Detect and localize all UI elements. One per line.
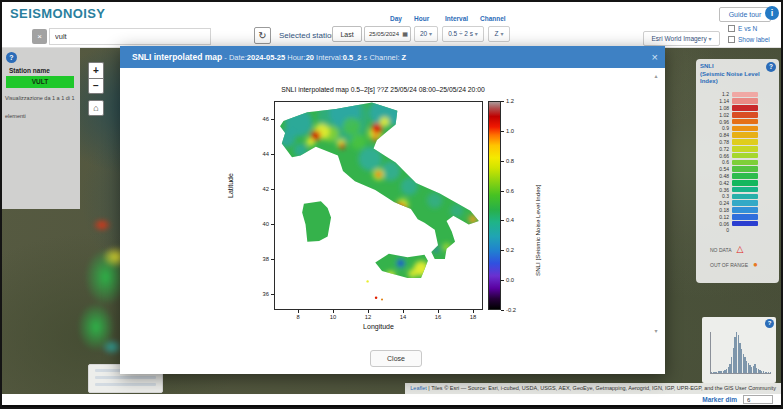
legend-row: 0.24 bbox=[708, 200, 758, 207]
tick-mark bbox=[403, 310, 404, 313]
help-icon[interactable]: ? bbox=[765, 319, 774, 328]
tick-mark bbox=[501, 191, 504, 192]
x-axis-label: Longitude bbox=[274, 323, 483, 330]
legend-row: 0.12 bbox=[708, 213, 758, 220]
refresh-icon[interactable]: ↻ bbox=[254, 27, 271, 44]
station-search-input[interactable] bbox=[49, 28, 211, 45]
no-data-triangle-icon: △ bbox=[736, 245, 743, 254]
station-row-vult[interactable]: VULT bbox=[6, 76, 74, 88]
map-attribution: Leaflet | Tiles © Esri — Source: Esri, i… bbox=[405, 383, 781, 394]
colorbar-label: SNLI [Seismic Noise Level Index] bbox=[534, 185, 541, 276]
info-icon[interactable]: i bbox=[765, 6, 779, 20]
marker-dim-input[interactable] bbox=[743, 395, 773, 404]
close-icon[interactable]: × bbox=[652, 46, 658, 68]
histogram-bars bbox=[710, 332, 771, 374]
out-of-range-row: OUT OF RANGE ● bbox=[710, 261, 758, 269]
hour-select[interactable]: 20 ▾ bbox=[414, 26, 438, 42]
tick-label: 46 bbox=[252, 116, 269, 122]
tick-mark bbox=[501, 131, 504, 132]
tick-mark bbox=[271, 189, 274, 190]
figure-title: SNLI interpolated map 0.5–2[s] ??Z 25/05… bbox=[228, 86, 538, 93]
out-of-range-dot-icon: ● bbox=[753, 261, 758, 269]
snli-legend-panel: SNLI (Seismic Noise Level Index) ? 1.21.… bbox=[696, 59, 779, 283]
legend-row: 0.72 bbox=[708, 145, 758, 152]
legend-row: 0.96 bbox=[708, 118, 758, 125]
chevron-down-icon: ▾ bbox=[429, 31, 432, 37]
channel-select[interactable]: Z ▾ bbox=[488, 26, 510, 42]
legend-row: 0.66 bbox=[708, 152, 758, 159]
tick-mark bbox=[271, 259, 274, 260]
search-clear-button[interactable]: × bbox=[32, 29, 47, 44]
tick-mark bbox=[368, 310, 369, 313]
interval-label: Interval bbox=[445, 15, 468, 22]
help-icon[interactable]: ? bbox=[766, 62, 776, 72]
channel-label: Channel bbox=[480, 15, 506, 22]
guide-tour-button[interactable]: Guide tour bbox=[719, 7, 771, 22]
tick-mark bbox=[473, 310, 474, 313]
legend-row: 0.6 bbox=[708, 159, 758, 166]
last-button[interactable]: Last bbox=[332, 26, 362, 42]
tick-label: 8 bbox=[291, 314, 305, 320]
tick-mark bbox=[501, 280, 504, 281]
italy-heatmap-svg bbox=[275, 102, 482, 309]
legend-row: 0.78 bbox=[708, 139, 758, 146]
modal-close-button[interactable]: Close bbox=[370, 350, 422, 367]
tick-label: 14 bbox=[396, 314, 410, 320]
bottom-strip bbox=[2, 405, 781, 409]
tick-mark bbox=[271, 154, 274, 155]
tick-mark bbox=[438, 310, 439, 313]
snli-legend-title: SNLI (Seismic Noise Level Index) bbox=[700, 63, 762, 86]
bottom-bar: Marker dim bbox=[2, 394, 781, 405]
marker-dim-label: Marker dim bbox=[702, 396, 737, 403]
legend-row: 0.3 bbox=[708, 193, 758, 200]
tick-label: 38 bbox=[252, 256, 269, 262]
date-picker[interactable]: 25/05/2024 ▦ bbox=[364, 26, 411, 42]
snli-legend-rows: 1.21.141.081.020.960.90.840.780.720.660.… bbox=[708, 91, 758, 234]
checkbox-icon bbox=[728, 25, 735, 32]
tick-mark bbox=[501, 310, 504, 311]
tick-mark bbox=[501, 101, 504, 102]
station-sidebar: ? Station name VULT Visualizzazione da 1… bbox=[2, 48, 80, 209]
scroll-down-icon[interactable]: ▾ bbox=[652, 327, 660, 334]
station-table-header[interactable]: Station name bbox=[9, 67, 50, 74]
app-viewport: SEISMONOISY × ↻ Selected station:VULT La… bbox=[0, 0, 783, 409]
tick-mark bbox=[333, 310, 334, 313]
interval-select[interactable]: 0.5 ÷ 2 s ▾ bbox=[442, 26, 484, 42]
tick-label: 42 bbox=[252, 186, 269, 192]
tick-mark bbox=[298, 310, 299, 313]
help-icon[interactable]: ? bbox=[6, 52, 17, 63]
tick-label: 1.2 bbox=[506, 98, 524, 104]
hour-label: Hour bbox=[414, 15, 429, 22]
tick-label: 36 bbox=[252, 291, 269, 297]
zoom-in-button[interactable]: + bbox=[88, 62, 104, 78]
selected-station-label: Selected station: bbox=[279, 31, 338, 40]
map-zoom-controls: + − ⌂ bbox=[88, 62, 104, 116]
no-data-label: NO DATA bbox=[710, 247, 731, 253]
chevron-down-icon: ▾ bbox=[500, 31, 503, 37]
tick-label: 0.2 bbox=[506, 247, 524, 253]
tick-mark bbox=[271, 294, 274, 295]
tick-label: 1.0 bbox=[506, 128, 524, 134]
tick-mark bbox=[501, 220, 504, 221]
land-layer bbox=[275, 102, 482, 309]
histogram-bar bbox=[770, 372, 771, 373]
legend-row: 0 bbox=[708, 227, 758, 234]
tick-mark bbox=[501, 250, 504, 251]
scroll-up-icon[interactable]: ▴ bbox=[652, 72, 660, 79]
home-icon[interactable]: ⌂ bbox=[88, 100, 104, 116]
basemap-select[interactable]: Esri World Imagery ▾ bbox=[643, 31, 720, 46]
modal-scrollbar[interactable]: ▴ ▾ bbox=[652, 72, 660, 334]
evsn-checkbox[interactable]: E vs N bbox=[728, 25, 757, 32]
legend-row: 0.54 bbox=[708, 166, 758, 173]
snli-interpolated-figure: SNLI interpolated map 0.5–2[s] ??Z 25/05… bbox=[228, 86, 658, 348]
zoom-out-button[interactable]: − bbox=[88, 78, 104, 94]
legend-row: 1.02 bbox=[708, 111, 758, 118]
day-label: Day bbox=[390, 15, 402, 22]
pagination-info-2: elementi bbox=[5, 113, 26, 119]
top-toolbar: SEISMONOISY × ↻ Selected station:VULT La… bbox=[2, 2, 781, 48]
show-label-checkbox[interactable]: Show label bbox=[728, 36, 770, 43]
chevron-down-icon: ▾ bbox=[708, 36, 711, 42]
legend-row: 0.06 bbox=[708, 220, 758, 227]
legend-row: 0.48 bbox=[708, 173, 758, 180]
leaflet-link[interactable]: Leaflet bbox=[410, 385, 427, 391]
